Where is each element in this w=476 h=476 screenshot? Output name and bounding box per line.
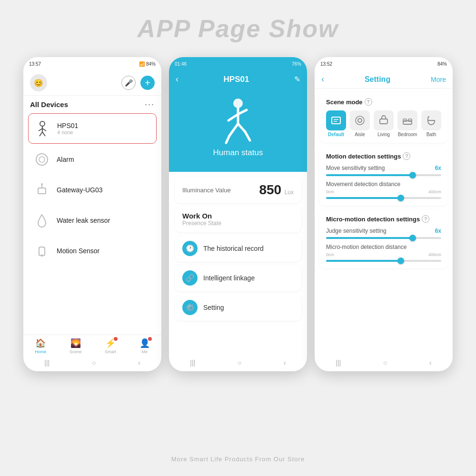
judge-sensitivity-value: 6x xyxy=(435,228,441,234)
settings-scroll[interactable]: Scene mode ? Default xyxy=(315,89,453,349)
device-list: HPS01 4 none Alarm xyxy=(23,113,161,266)
back-gesture[interactable]: ||| xyxy=(190,359,195,367)
list-item[interactable]: HPS01 4 none xyxy=(28,113,157,144)
list-item[interactable]: Alarm xyxy=(28,145,157,174)
phone2-bottom-bar: ||| ○ ‹ xyxy=(169,357,307,368)
edit-button[interactable]: ✎ xyxy=(294,75,300,84)
back-gesture[interactable]: ||| xyxy=(44,359,50,367)
micro-motion-help-icon[interactable]: ? xyxy=(422,215,429,223)
svg-line-3 xyxy=(42,129,46,131)
default-scene-icon xyxy=(326,110,346,130)
device-info: Gateway-UG03 xyxy=(57,186,102,194)
nav-item-home[interactable]: 🏠 Home xyxy=(35,338,46,354)
phone2-status-bar: 01:46 76% xyxy=(169,57,307,70)
motion-help-icon[interactable]: ? xyxy=(403,152,410,160)
svg-point-7 xyxy=(39,157,45,162)
list-item[interactable]: Motion Sensor xyxy=(28,236,157,266)
list-item[interactable]: Gateway-UG03 xyxy=(28,175,157,205)
device-info: HPS01 4 none xyxy=(57,122,78,135)
recent-gesture[interactable]: ‹ xyxy=(284,359,286,367)
nav-label-home: Home xyxy=(35,349,46,354)
nav-label-scene: Scene xyxy=(69,349,82,354)
illuminance-unit: Lux xyxy=(285,189,294,196)
recent-gesture[interactable]: ‹ xyxy=(138,359,140,367)
svg-rect-8 xyxy=(38,188,46,194)
motion-detection-title: Motion detection settings ? xyxy=(326,152,441,160)
micro-motion-title: Micro-motion detection settings ? xyxy=(326,215,441,223)
svg-rect-21 xyxy=(332,117,340,124)
svg-line-5 xyxy=(42,132,45,136)
setting-icon: ⚙️ xyxy=(182,300,198,315)
scene-label-bedroom: Bedroom xyxy=(398,132,417,137)
recent-gesture[interactable]: ‹ xyxy=(429,359,432,367)
home-gesture[interactable]: ○ xyxy=(238,359,241,367)
back-button[interactable]: ‹ xyxy=(176,74,178,84)
page-title: APP Page Show xyxy=(0,0,476,52)
back-gesture[interactable]: ||| xyxy=(336,359,341,367)
add-button[interactable]: + xyxy=(140,76,155,90)
back-button[interactable]: ‹ xyxy=(321,74,324,84)
movement-distance-thumb[interactable] xyxy=(397,195,404,201)
scene-icons-row: Default Aisle xyxy=(326,110,441,137)
nav-item-me[interactable]: 👤 Me xyxy=(139,338,150,354)
nav-item-smart[interactable]: ⚡ Smart xyxy=(105,338,116,354)
historical-record-item[interactable]: 🕐 The historical record xyxy=(175,235,301,262)
phone1-bottom-bar: ||| ○ ‹ xyxy=(23,357,161,368)
phone-3: 13:52 84% ‹ Setting More Scene mode ? xyxy=(315,57,453,371)
svg-line-20 xyxy=(245,132,250,140)
micro-distance-label: Micro-motion detection distance xyxy=(326,244,441,250)
home-icon: 🏠 xyxy=(35,338,46,348)
device-icon xyxy=(32,119,52,139)
home-gesture[interactable]: ○ xyxy=(383,359,387,367)
move-sensitivity-thumb[interactable] xyxy=(409,172,416,178)
movement-distance-label: Movement detection distance xyxy=(326,181,441,188)
move-sensitivity-slider[interactable] xyxy=(326,174,441,176)
scene-item-default[interactable]: Default xyxy=(326,110,346,137)
mic-icon[interactable]: 🎤 xyxy=(121,76,136,90)
phone1-status-bar: 13:57 📶 84% xyxy=(23,57,161,70)
scene-item-aisle[interactable]: Aisle xyxy=(350,110,370,137)
setting-item[interactable]: ⚙️ Setting xyxy=(175,294,301,321)
device-name: Alarm xyxy=(57,156,74,163)
phone1-header: 😊 🎤 + xyxy=(23,70,161,96)
svg-point-24 xyxy=(358,119,362,122)
nav-item-scene[interactable]: 🌄 Scene xyxy=(69,338,82,354)
phone2-title: HPS01 xyxy=(224,75,249,84)
scene-label-aisle: Aisle xyxy=(355,132,365,137)
micro-distance-thumb[interactable] xyxy=(397,258,404,264)
bedroom-scene-icon xyxy=(397,110,417,130)
list-item[interactable]: Water leak sensor xyxy=(28,206,157,235)
more-options-icon[interactable]: ··· xyxy=(145,99,155,109)
svg-rect-28 xyxy=(403,119,407,121)
micro-distance-slider[interactable] xyxy=(326,260,441,262)
move-sensitivity-label: Move sensitivity setting 6x xyxy=(326,165,441,171)
work-on-sub: Presence State xyxy=(182,220,294,227)
avatar: 😊 xyxy=(30,74,47,91)
phone-2: 01:46 76% ‹ HPS01 ✎ xyxy=(169,57,307,371)
device-icon xyxy=(32,210,52,230)
move-sensitivity-value: 6x xyxy=(435,165,441,171)
movement-distance-slider[interactable] xyxy=(326,197,441,199)
judge-sensitivity-thumb[interactable] xyxy=(409,235,416,241)
nav-label-me: Me xyxy=(141,349,148,354)
scene-item-bedroom[interactable]: Bedroom xyxy=(397,110,417,137)
more-button[interactable]: More xyxy=(431,76,446,83)
phone3-title: Setting xyxy=(365,75,390,84)
illuminance-row: Illuminance Value 850 Lux xyxy=(182,182,294,198)
scene-item-bath[interactable]: Bath xyxy=(421,110,441,137)
scene-item-living[interactable]: Living xyxy=(374,110,394,137)
home-gesture[interactable]: ○ xyxy=(92,359,96,367)
scene-label-default: Default xyxy=(328,132,344,137)
scene-mode-help-icon[interactable]: ? xyxy=(365,98,372,106)
phone2-time: 01:46 xyxy=(175,61,187,67)
micro-distance-fill xyxy=(326,260,401,262)
motion-detection-card: Motion detection settings ? Move sensiti… xyxy=(319,147,448,206)
historical-record-label: The historical record xyxy=(203,245,264,252)
scene-label-living: Living xyxy=(377,132,390,137)
nav-label-smart: Smart xyxy=(105,349,116,354)
all-devices-label: All Devices xyxy=(30,100,68,109)
header-icons: 🎤 + xyxy=(121,76,155,90)
intelligent-linkage-item[interactable]: 🔗 Intelligent linkage xyxy=(175,265,301,291)
phone3-status-bar: 13:52 84% xyxy=(315,57,453,70)
judge-sensitivity-slider[interactable] xyxy=(326,237,441,239)
